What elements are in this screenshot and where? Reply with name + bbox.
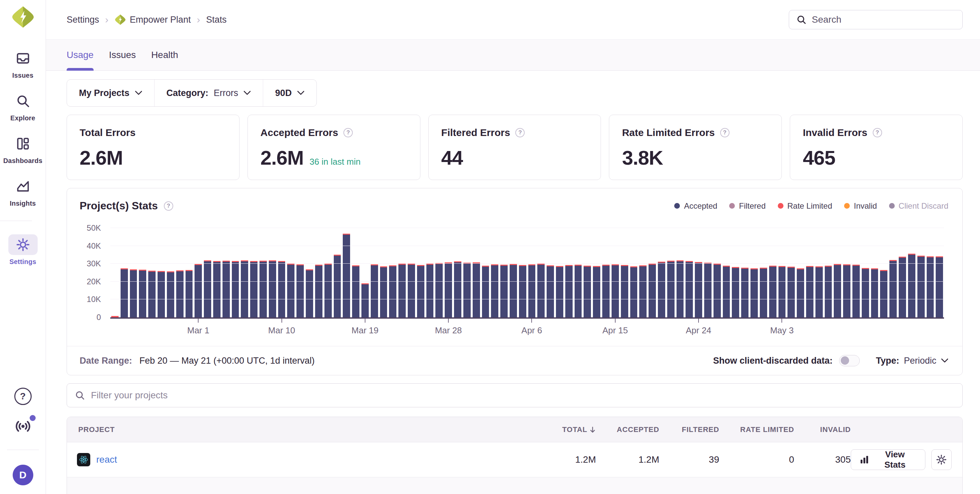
info-icon[interactable]: [344, 128, 353, 137]
sidebar-item-explore[interactable]: Explore: [0, 91, 46, 122]
date-range-text: Feb 20 — May 21 (+00:00 UTC, 1d interval…: [140, 356, 315, 366]
y-axis-label: 50K: [69, 223, 101, 233]
chart-bar: [426, 264, 434, 317]
bar-accepted-segment: [936, 257, 943, 317]
category-selector[interactable]: Category: Errors: [154, 80, 263, 106]
user-avatar[interactable]: D: [13, 465, 33, 485]
bar-accepted-segment: [500, 266, 508, 317]
chart-bar: [167, 271, 174, 317]
type-label: Type:: [876, 356, 899, 366]
info-icon[interactable]: [720, 128, 730, 137]
col-project[interactable]: PROJECT: [67, 425, 542, 434]
legend-item-client-discard[interactable]: Client Discard: [889, 201, 948, 211]
bar-accepted-segment: [352, 266, 360, 317]
sidebar-item-dashboards[interactable]: Dashboards: [0, 133, 46, 165]
card-title: Invalid Errors: [803, 127, 867, 138]
info-icon[interactable]: [873, 128, 882, 137]
bar-accepted-segment: [732, 268, 739, 317]
y-axis-label: 0: [69, 313, 101, 322]
bar-accepted-segment: [778, 267, 786, 317]
sidebar-item-insights[interactable]: Insights: [0, 176, 46, 207]
info-icon[interactable]: [164, 201, 173, 211]
bar-accepted-segment: [223, 262, 230, 317]
breadcrumb-settings[interactable]: Settings: [67, 15, 99, 25]
sort-desc-icon: [589, 426, 596, 433]
search-input[interactable]: [812, 14, 955, 25]
x-axis-tick: [365, 319, 366, 323]
legend-item-rate-limited[interactable]: Rate Limited: [778, 201, 832, 211]
col-accepted[interactable]: ACCEPTED: [596, 425, 659, 434]
org-avatar-icon: [115, 14, 126, 25]
view-stats-button[interactable]: View Stats: [851, 449, 925, 470]
col-total[interactable]: TOTAL: [542, 425, 596, 434]
legend-item-accepted[interactable]: Accepted: [674, 201, 717, 211]
gridline: [110, 281, 944, 282]
chart-bar: [871, 268, 878, 317]
bar-accepted-segment: [686, 262, 693, 317]
chart-bar: [491, 265, 498, 318]
bar-accepted-segment: [639, 266, 647, 317]
chart-bar: [547, 265, 554, 317]
legend-dot: [674, 203, 680, 209]
help-button[interactable]: [14, 388, 32, 405]
col-rate-limited[interactable]: RATE LIMITED: [719, 425, 794, 434]
bar-accepted-segment: [334, 256, 341, 317]
x-axis-tick: [531, 319, 532, 323]
project-link[interactable]: react: [96, 454, 117, 465]
tab-usage[interactable]: Usage: [67, 40, 94, 70]
bar-accepted-segment: [676, 261, 684, 317]
chart-bar: [639, 265, 647, 317]
tab-issues[interactable]: Issues: [109, 40, 136, 70]
bar-accepted-segment: [723, 267, 730, 317]
sentry-org-logo[interactable]: [11, 5, 35, 29]
project-filter-input[interactable]: [91, 390, 955, 401]
chart-bar: [537, 264, 545, 317]
bar-accepted-segment: [241, 261, 248, 317]
date-range-selector[interactable]: 90D: [263, 80, 317, 106]
project-selector-label: My Projects: [79, 88, 130, 98]
project-selector[interactable]: My Projects: [67, 80, 154, 106]
type-selector[interactable]: Type: Periodic: [876, 356, 948, 366]
bar-accepted-segment: [528, 265, 536, 317]
legend-item-invalid[interactable]: Invalid: [844, 201, 877, 211]
bar-accepted-segment: [714, 265, 721, 317]
table-row: react 1.2M 1.2M 39 0 305 View Stats: [67, 442, 963, 477]
client-discard-toggle[interactable]: [839, 355, 860, 367]
explore-search-icon: [8, 91, 38, 112]
chart-bar: [473, 262, 480, 317]
cell-invalid: 305: [794, 454, 851, 465]
col-filtered[interactable]: FILTERED: [659, 425, 719, 434]
tab-health[interactable]: Health: [151, 40, 178, 70]
bar-accepted-segment: [473, 263, 480, 317]
chart-bar: [334, 255, 341, 317]
breadcrumb-org[interactable]: Empower Plant: [115, 14, 191, 25]
project-filter[interactable]: [67, 383, 963, 407]
chart-bar: [862, 268, 869, 317]
category-value: Errors: [214, 88, 239, 98]
chart-bar: [528, 265, 536, 317]
bar-accepted-segment: [788, 268, 795, 317]
toggle-knob: [841, 356, 849, 365]
bar-accepted-segment: [862, 269, 869, 317]
sidebar-item-issues[interactable]: Issues: [0, 48, 46, 79]
page-content: My Projects Category: Errors 90D Total E…: [46, 71, 980, 494]
bar-accepted-segment: [871, 269, 878, 317]
col-invalid[interactable]: INVALID: [794, 425, 851, 434]
legend-item-filtered[interactable]: Filtered: [729, 201, 765, 211]
global-search[interactable]: [789, 10, 963, 29]
card-value: 2.6M: [80, 146, 123, 169]
chart-bar: [834, 264, 841, 317]
x-axis-tick: [198, 319, 199, 323]
chart-bar: [500, 265, 508, 317]
info-icon[interactable]: [515, 128, 525, 137]
bar-accepted-segment: [510, 265, 517, 317]
project-settings-button[interactable]: [931, 449, 952, 470]
chart-bar: [936, 257, 943, 317]
card-title: Accepted Errors: [261, 127, 338, 138]
bar-accepted-segment: [491, 265, 498, 318]
chart-bar: [667, 261, 675, 317]
chart-bar: [148, 271, 156, 317]
whats-new-button[interactable]: [14, 418, 32, 435]
sidebar-item-settings[interactable]: Settings: [0, 234, 46, 266]
x-axis-label: May 3: [770, 325, 794, 336]
